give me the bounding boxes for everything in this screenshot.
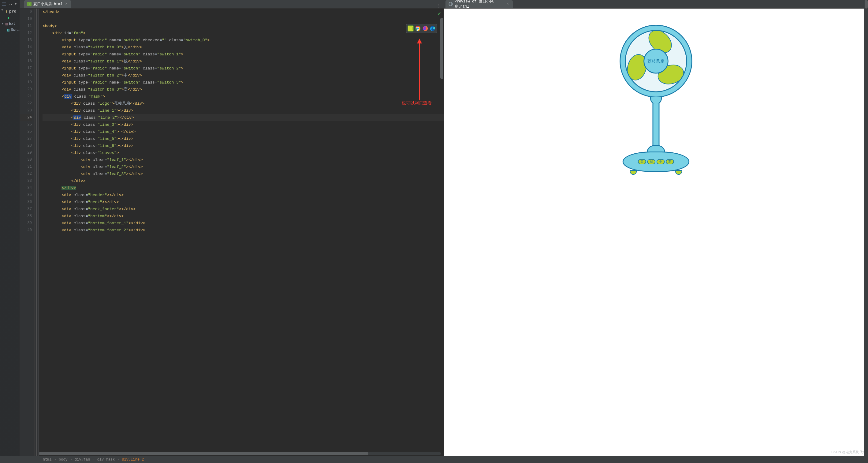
top-area: .. ▾ ˅ ▮ pro ◆ › ▥ Ext ◧ Scra: [0, 0, 868, 456]
fan-switch-mid[interactable]: 中: [657, 159, 665, 164]
python-file-icon: ◆: [7, 16, 9, 20]
project-root-folder[interactable]: ˅ ▮ pro: [0, 8, 20, 15]
window-vscrollbar[interactable]: [864, 0, 868, 463]
tab-menu-icon[interactable]: ⋮: [434, 3, 444, 8]
fold-column[interactable]: [35, 8, 39, 456]
code-content[interactable]: </head><body> <div id="fan"> <input type…: [39, 8, 444, 456]
breadcrumb-item[interactable]: body: [59, 458, 68, 462]
svg-text:H: H: [29, 3, 30, 5]
code-editor-pane: H 夏日小风扇.html × ⋮ 91011121314151617181920…: [20, 0, 444, 456]
chrome-icon[interactable]: [415, 25, 421, 32]
fan-head: 荔枝风扇: [620, 25, 693, 98]
svg-rect-4: [409, 27, 412, 30]
editor-tabbar: H 夏日小风扇.html × ⋮: [20, 0, 444, 8]
builtin-preview-icon[interactable]: [407, 25, 414, 32]
lib-icon: ▥: [5, 22, 8, 26]
breadcrumb-item-current[interactable]: div.line_2: [122, 458, 144, 462]
sidebar-toolbar: .. ▾: [0, 0, 20, 8]
firefox-icon[interactable]: [422, 25, 428, 32]
tab-overflow[interactable]: [21, 0, 24, 8]
fan-hub-logo: 荔枝风扇: [644, 49, 669, 74]
edge-icon[interactable]: [430, 25, 436, 32]
preview-pane: Preview of 夏日小风扇.html ×: [444, 0, 868, 456]
tree-item[interactable]: ◧ Scra: [0, 27, 20, 33]
fan-switch-high[interactable]: 高: [666, 159, 674, 164]
editor-vscrollbar[interactable]: [440, 18, 443, 79]
breadcrumb-item[interactable]: div#fan: [75, 458, 90, 462]
breadcrumb: html› body› div#fan› div.mask› div.line_…: [0, 456, 868, 463]
folder-name: pro: [9, 9, 16, 14]
tree-item[interactable]: › ▥ Ext: [0, 21, 20, 27]
editor-tab-active[interactable]: H 夏日小风扇.html ×: [24, 0, 71, 8]
fan-preview: 荔枝风扇 关 低 中 高: [620, 25, 693, 176]
ide-root: .. ▾ ˅ ▮ pro ◆ › ▥ Ext ◧ Scra: [0, 0, 868, 463]
fan-switch-low[interactable]: 低: [647, 159, 656, 164]
line-number-gutter: 9101112131415161718192021222324252627282…: [20, 8, 35, 456]
annotation-text: 也可以网页查看: [402, 100, 432, 106]
tree-label: Ext: [9, 22, 16, 26]
project-sidebar: .. ▾ ˅ ▮ pro ◆ › ▥ Ext ◧ Scra: [0, 0, 20, 456]
toolbar-dots[interactable]: ..: [8, 2, 13, 6]
toolbar-chevron-icon[interactable]: ▾: [15, 2, 17, 6]
close-icon[interactable]: ×: [506, 2, 509, 6]
fan-switch-off[interactable]: 关: [638, 159, 646, 164]
open-in-browser-bar: [406, 24, 437, 33]
chevron-right-icon: ›: [1, 22, 4, 26]
window-icon[interactable]: [2, 2, 6, 6]
preview-tabbar: Preview of 夏日小风扇.html ×: [444, 0, 868, 8]
fan-foot: [630, 170, 637, 175]
editor-hscrollbar[interactable]: [39, 452, 441, 455]
chevron-down-icon: ˅: [1, 9, 4, 14]
preview-tab[interactable]: Preview of 夏日小风扇.html ×: [445, 0, 513, 8]
tree-item[interactable]: ◆: [0, 15, 20, 21]
fan-base: 关 低 中 高: [623, 152, 690, 172]
code-area[interactable]: 9101112131415161718192021222324252627282…: [20, 8, 444, 456]
preview-body: 荔枝风扇 关 低 中 高: [444, 8, 868, 456]
folder-icon: ▮: [5, 9, 8, 14]
breadcrumb-item[interactable]: html: [43, 458, 52, 462]
scratch-icon: ◧: [7, 28, 9, 32]
fan-foot: [675, 170, 682, 175]
close-icon[interactable]: ×: [65, 2, 68, 6]
breadcrumb-item[interactable]: div.mask: [97, 458, 115, 462]
tab-filename: 夏日小风扇.html: [33, 2, 63, 7]
editor-split: H 夏日小风扇.html × ⋮ 91011121314151617181920…: [20, 0, 868, 456]
tree-label: Scra: [11, 28, 20, 32]
svg-rect-0: [2, 2, 6, 6]
preview-tab-title: Preview of 夏日小风扇.html: [455, 0, 504, 9]
globe-icon: [448, 2, 453, 6]
inspection-ok-icon[interactable]: ✔: [438, 10, 441, 17]
fan-neck: [653, 103, 660, 147]
watermark: CSDN @电力系统代码: [831, 450, 866, 455]
html-file-icon: H: [27, 2, 32, 6]
fan-cage: 荔枝风扇: [625, 30, 687, 92]
